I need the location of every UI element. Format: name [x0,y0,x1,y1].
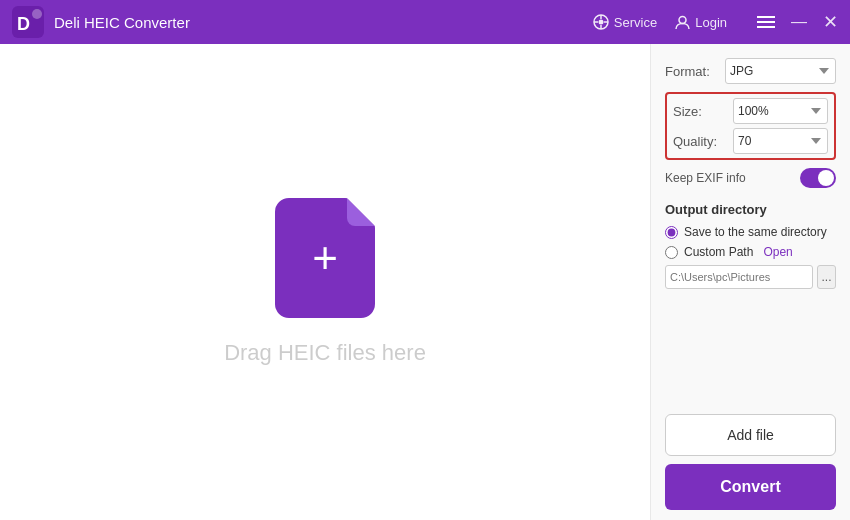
svg-point-9 [679,16,686,23]
title-bar-actions: Service Login — ✕ [593,13,838,31]
quality-label: Quality: [673,134,733,149]
add-file-button[interactable]: Add file [665,414,836,456]
main-container: + Drag HEIC files here Format: JPG PNG B… [0,44,850,520]
exif-toggle[interactable] [800,168,836,188]
user-icon [675,15,690,30]
path-input[interactable] [665,265,813,289]
close-button[interactable]: ✕ [823,13,838,31]
custom-path-radio[interactable] [665,246,678,259]
size-select[interactable]: 100% 75% 50% 25% [733,98,828,124]
same-dir-radio[interactable] [665,226,678,239]
app-title: Deli HEIC Converter [54,14,593,31]
same-dir-label: Save to the same directory [684,225,827,239]
path-row: ... [665,265,836,289]
app-logo: D [12,6,44,38]
svg-point-2 [32,9,42,19]
title-bar: D Deli HEIC Converter Service Login [0,0,850,44]
quality-select[interactable]: 70 80 90 100 [733,128,828,154]
same-dir-radio-row[interactable]: Save to the same directory [665,225,836,239]
path-browse-button[interactable]: ... [817,265,836,289]
menu-icon[interactable] [757,15,775,29]
format-row: Format: JPG PNG BMP TIFF [665,58,836,84]
service-label: Service [614,15,657,30]
toggle-knob [818,170,834,186]
login-label: Login [695,15,727,30]
drop-zone[interactable]: + Drag HEIC files here [0,44,650,520]
size-quality-box: Size: 100% 75% 50% 25% Quality: 70 80 90… [665,92,836,160]
exif-label: Keep EXIF info [665,171,800,185]
size-row: Size: 100% 75% 50% 25% [673,98,828,124]
quality-row: Quality: 70 80 90 100 [673,128,828,154]
plus-icon: + [312,236,338,280]
svg-point-4 [598,20,603,25]
output-dir-title: Output directory [665,202,836,217]
spacer [665,303,836,414]
svg-text:D: D [17,14,30,34]
service-button[interactable]: Service [593,14,657,30]
minimize-button[interactable]: — [791,14,807,30]
size-label: Size: [673,104,733,119]
custom-path-label: Custom Path [684,245,753,259]
right-panel: Format: JPG PNG BMP TIFF Size: 100% 75% … [650,44,850,520]
format-select[interactable]: JPG PNG BMP TIFF [725,58,836,84]
open-link[interactable]: Open [763,245,792,259]
custom-path-radio-row[interactable]: Custom Path Open [665,245,836,259]
service-icon [593,14,609,30]
window-controls: — ✕ [757,13,838,31]
drop-zone-text: Drag HEIC files here [224,340,426,366]
exif-row: Keep EXIF info [665,168,836,188]
file-corner [347,198,375,226]
format-label: Format: [665,64,725,79]
drop-file-icon: + [275,198,375,318]
convert-button[interactable]: Convert [665,464,836,510]
login-button[interactable]: Login [675,15,727,30]
